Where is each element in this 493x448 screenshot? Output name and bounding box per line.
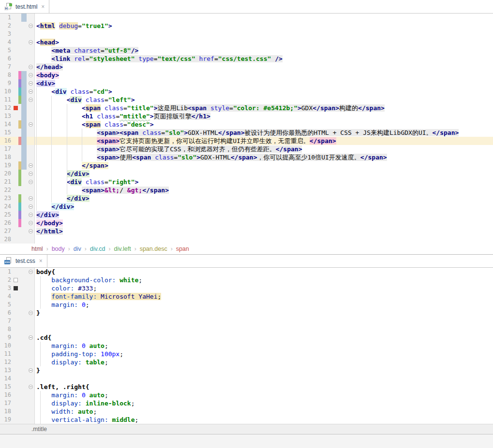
code-line[interactable]: 9<div>	[0, 79, 493, 87]
fold-marker-icon[interactable]	[29, 311, 33, 315]
fold-marker-icon[interactable]	[29, 98, 33, 102]
fold-marker-icon[interactable]	[29, 221, 33, 225]
code-line[interactable]: 23 </div>	[0, 194, 493, 202]
code-line[interactable]: 18 <span>使用<span class="slo">GDX-HTML</s…	[0, 153, 493, 161]
code-line[interactable]: 6}	[0, 309, 493, 317]
line-number: 10	[0, 87, 13, 96]
code-line[interactable]: 12 <span class="title">这是用Lib<span style…	[0, 104, 493, 112]
html-code-editor[interactable]: 12<html debug="true1">34<head>5 <meta ch…	[0, 14, 493, 244]
fold-marker-icon[interactable]	[29, 213, 33, 217]
tab-test-css[interactable]: css test.css ×	[0, 255, 47, 267]
fold-marker-icon[interactable]	[29, 40, 33, 44]
close-icon[interactable]: ×	[41, 3, 45, 10]
css-code-editor[interactable]: 1body{2 background-color: white;3 color:…	[0, 268, 493, 424]
code-line[interactable]: 1	[0, 14, 493, 22]
code-line[interactable]: 4<head>	[0, 38, 493, 46]
code-token	[86, 342, 90, 349]
fold-marker-icon[interactable]	[29, 270, 33, 274]
breadcrumb-item-span.desc[interactable]: span.desc	[140, 246, 167, 252]
file-badge-shape	[9, 3, 12, 6]
gutter-band-cell	[21, 309, 27, 317]
code-line[interactable]: 13}	[0, 366, 493, 375]
code-line[interactable]: 2 background-color: white;	[0, 276, 493, 284]
code-line[interactable]: 16 margin: 0 auto;	[0, 391, 493, 399]
code-line[interactable]: 19 </span>	[0, 161, 493, 170]
fold-marker-icon[interactable]	[29, 204, 33, 209]
code-line[interactable]: 3 color: #333;	[0, 284, 493, 292]
breadcrumb-item-span[interactable]: span	[176, 246, 189, 252]
code-line[interactable]: 15 <span><span class="slo">GDX-HTML</spa…	[0, 129, 493, 137]
fold-marker-icon[interactable]	[29, 229, 33, 233]
code-line[interactable]: 8	[0, 325, 493, 333]
tab-test-html[interactable]: H test.html ×	[0, 0, 49, 13]
code-line[interactable]: 10 <div class="cd">	[0, 87, 493, 96]
fold-marker-icon[interactable]	[29, 368, 33, 373]
code-line[interactable]: 3	[0, 30, 493, 38]
code-line[interactable]: 17 display: inline-block;	[0, 399, 493, 407]
code-line[interactable]: 5 <meta charset="utf-8"/>	[0, 46, 493, 55]
code-token: span	[86, 104, 101, 112]
code-line[interactable]: 16 <span>它支持页面热更新，你可以在运行时构建UI并立即生效，无需重启。…	[0, 137, 493, 145]
code-token: margin:	[51, 301, 78, 308]
code-line[interactable]: 14 <span class="desc">	[0, 120, 493, 129]
fold-marker-icon[interactable]	[29, 196, 33, 201]
breadcrumb-item-html[interactable]: html	[31, 246, 43, 252]
code-line[interactable]: 28	[0, 235, 493, 244]
code-token: #333	[78, 285, 93, 292]
breadcrumb-item-div.cd[interactable]: div.cd	[90, 246, 105, 252]
code-line[interactable]: 22 <span>&lt;/ &gt;</span>	[0, 186, 493, 194]
code-token: <span	[132, 154, 151, 161]
code-line[interactable]: 1body{	[0, 268, 493, 276]
css-breadcrumb-label[interactable]: .mtitle	[31, 426, 47, 433]
code-line[interactable]: 19 vertical-align: middle;	[0, 416, 493, 424]
code-line[interactable]: 20 </div>	[0, 170, 493, 178]
code-line[interactable]: 11 padding-top: 100px;	[0, 350, 493, 358]
code-line[interactable]: 7	[0, 317, 493, 325]
code-line[interactable]: 26</body>	[0, 219, 493, 227]
fold-marker-icon[interactable]	[29, 172, 33, 176]
code-line[interactable]: 17 <span>它尽可能的实现了CSS，和浏览器对齐，但仍有些差距。</spa…	[0, 145, 493, 153]
code-line[interactable]: 27</html>	[0, 227, 493, 235]
code-token: 被设计为使用你最熟悉的HTML + CSS + JS来构建LibGDX的UI。	[245, 129, 433, 136]
code-line[interactable]: 11 <div class="left">	[0, 96, 493, 104]
color-swatch[interactable]	[14, 106, 18, 110]
code-line[interactable]: 4 font-family: Microsoft YaHei;	[0, 292, 493, 301]
fold-marker-icon[interactable]	[29, 65, 33, 69]
code-line[interactable]: 10 margin: 0 auto;	[0, 342, 493, 350]
code-line[interactable]: 8<body>	[0, 71, 493, 79]
color-swatch[interactable]	[14, 278, 18, 282]
fold-marker-icon[interactable]	[29, 122, 33, 127]
code-token	[36, 400, 51, 407]
fold-marker-icon[interactable]	[29, 163, 33, 168]
line-number: 13	[0, 366, 13, 375]
code-line[interactable]: 6 <link rel="stylesheet" type="text/css"…	[0, 55, 493, 63]
close-icon[interactable]: ×	[39, 258, 43, 264]
color-swatch[interactable]	[14, 286, 18, 290]
code-line[interactable]: 18 width: auto;	[0, 407, 493, 416]
code-token	[78, 301, 82, 308]
fold-marker-icon[interactable]	[29, 89, 33, 94]
code-token: </body>	[36, 219, 63, 227]
fold-marker-icon[interactable]	[29, 81, 33, 86]
breadcrumb-item-div[interactable]: div	[74, 246, 81, 252]
code-line[interactable]: 7</head>	[0, 63, 493, 71]
fold-marker-icon[interactable]	[29, 335, 33, 340]
code-line[interactable]: 5 margin: 0;	[0, 301, 493, 309]
code-line[interactable]: 25</div>	[0, 211, 493, 219]
fold-marker-icon[interactable]	[29, 385, 33, 389]
code-line[interactable]: 21 <div class="right">	[0, 178, 493, 186]
code-line[interactable]: 9.cd{	[0, 333, 493, 342]
code-line[interactable]: 14	[0, 375, 493, 383]
fold-marker-icon[interactable]	[29, 24, 33, 28]
code-line[interactable]: 12 display: table;	[0, 358, 493, 366]
code-line[interactable]: 13 <h1 class="mtitle">页面排版引擎</h1>	[0, 112, 493, 120]
fold-marker-icon[interactable]	[29, 73, 33, 77]
code-line[interactable]: 15.left, .right{	[0, 383, 493, 391]
breadcrumb-item-body[interactable]: body	[52, 246, 65, 252]
breadcrumb-item-div.left[interactable]: div.left	[114, 246, 131, 252]
code-line[interactable]: 24 </div>	[0, 202, 493, 211]
gutter-band-cell	[21, 350, 27, 358]
fold-marker-icon[interactable]	[29, 180, 33, 184]
code-text: background-color: white;	[35, 276, 493, 284]
code-line[interactable]: 2<html debug="true1">	[0, 22, 493, 30]
